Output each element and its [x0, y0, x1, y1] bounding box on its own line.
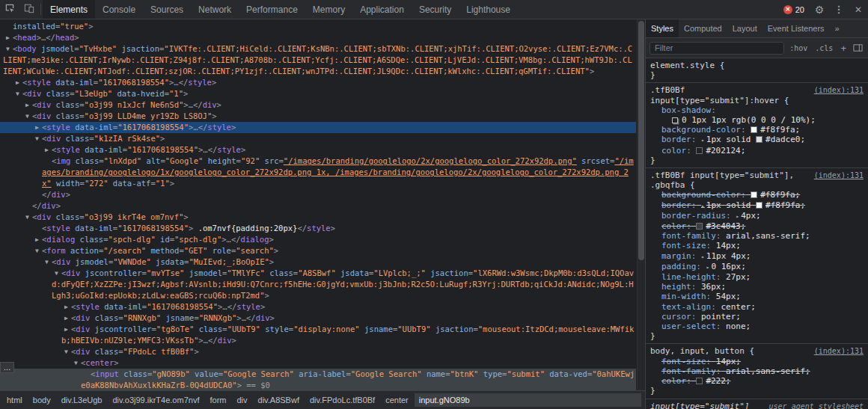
attribute-link[interactable]: "/images/branding/googlelogo/2x/googlelo… [284, 156, 577, 165]
breadcrumb-item-div[interactable]: div [232, 393, 251, 407]
css-selector[interactable]: input[type="submit"] [650, 402, 763, 409]
collapse-arrow-icon[interactable]: ▼ [22, 111, 32, 122]
css-declaration[interactable]: border-radius: ▸4px; [650, 211, 864, 221]
dom-tree-node[interactable]: ▼<center> [0, 357, 636, 369]
dom-tree-node[interactable]: ▶<div class="o3j99 n1xJcf Ne6nSd">…</div… [0, 99, 636, 111]
breadcrumb-item-body[interactable]: body [28, 393, 55, 407]
panel-toggle-icon[interactable] [852, 43, 864, 52]
css-declaration[interactable]: font-family: arial,sans-serif; [650, 366, 864, 376]
dom-tree-node[interactable]: ▼<div jscontroller="mvYTse" jsmodel="TMl… [0, 268, 636, 301]
dom-tree-node[interactable]: ▶<style data-iml="1617068198554">…</styl… [0, 144, 636, 156]
error-badge[interactable]: ✕ 20 [778, 5, 810, 14]
dom-tree-node[interactable]: ▶<style data-iml="1617068198554">…</styl… [0, 122, 636, 133]
color-swatch[interactable] [696, 147, 703, 154]
tab-elements[interactable]: Elements [43, 0, 95, 19]
dom-tree-node[interactable]: ▼<body jsmodel="TvHxbe" jsaction="IVKTfe… [0, 43, 636, 77]
css-declaration[interactable]: font-family: arial,sans-serif; [650, 231, 864, 241]
dom-tree-node[interactable]: <input class="gNO89b" value="Google Sear… [0, 369, 636, 390]
color-swatch[interactable] [756, 202, 762, 209]
more-options-icon[interactable]: ⋮ [829, 0, 849, 19]
stylesheet-link[interactable]: (index):131 [814, 170, 864, 180]
css-declaration[interactable]: font-size: 14px; [650, 241, 864, 250]
css-declaration[interactable]: color: #222; [650, 376, 864, 386]
css-declaration[interactable]: border: ▸1px solid #dadce0; [650, 135, 864, 145]
sidebar-tab-event-listeners[interactable]: Event Listeners [762, 19, 830, 37]
breadcrumb-item-form[interactable]: form [205, 393, 230, 407]
tab-performance[interactable]: Performance [239, 0, 305, 19]
dom-tree-node[interactable]: </div> [0, 200, 636, 212]
breadcrumb-item-div-fpdolc-tfb0bf[interactable]: div.FPdoLc.tfB0Bf [305, 393, 379, 407]
collapse-arrow-icon[interactable]: ▼ [22, 212, 32, 223]
breadcrumb-item-html[interactable]: html [2, 393, 27, 407]
css-declaration[interactable]: color: #202124; [650, 146, 864, 156]
toggle-element-state-button[interactable]: :hov [787, 43, 810, 53]
device-toolbar-button[interactable] [19, 0, 39, 19]
dom-tree-node[interactable]: ▶<style data-iml="1617068198554">…</styl… [0, 301, 636, 313]
expand-arrow-icon[interactable]: ▶ [61, 301, 71, 313]
tab-memory[interactable]: Memory [305, 0, 352, 19]
expand-shorthand-icon[interactable]: ▸ [701, 203, 705, 209]
dom-tree-node[interactable]: installed="true"> [0, 21, 636, 32]
collapse-arrow-icon[interactable]: ▼ [61, 346, 71, 357]
styles-filter-input[interactable] [650, 42, 784, 55]
expand-shorthand-icon[interactable]: ▸ [701, 253, 705, 260]
expand-arrow-icon[interactable]: ▶ [61, 324, 71, 335]
dom-tree-node[interactable]: <img class="lnXdpd" alt="Google" height=… [0, 156, 636, 189]
collapse-arrow-icon[interactable]: ▼ [52, 268, 61, 279]
dom-tree-node[interactable]: ▼<div jsmodel="VWNDde" jsdata="MuIEvd;_;… [0, 256, 636, 268]
css-declaration[interactable]: border: ▸1px solid #f8f9fa; [650, 200, 864, 211]
color-swatch[interactable] [751, 191, 757, 198]
tab-sources[interactable]: Sources [143, 0, 191, 19]
css-selector[interactable]: element.style { [650, 61, 864, 70]
expand-arrow-icon[interactable]: ▶ [13, 77, 22, 88]
css-declaration[interactable]: min-width: 54px; [650, 292, 864, 301]
css-selector[interactable]: body, input, button { [650, 346, 808, 356]
tab-lighthouse[interactable]: Lighthouse [459, 0, 518, 19]
stylesheet-link[interactable]: (index):131 [814, 85, 864, 95]
dom-tree-node[interactable]: ▶<head>…</head> [0, 32, 636, 43]
collapse-arrow-icon[interactable]: ▼ [3, 43, 13, 55]
dom-tree-node[interactable]: <style data-iml="1617068198554"> .om7nvf… [0, 223, 636, 234]
dom-tree-node[interactable]: ▶<dialog class="spch-dlg" id="spch-dlg">… [0, 234, 636, 245]
more-tabs-icon[interactable]: » [830, 19, 845, 37]
css-selector[interactable]: .tfB0Bf input[type="submit"], [650, 170, 808, 180]
css-declaration[interactable]: font-size: 14px; [650, 357, 864, 366]
expand-shorthand-icon[interactable]: ▸ [736, 213, 739, 220]
css-declaration[interactable]: background-color: #f8f9fa; [650, 190, 864, 200]
tab-application[interactable]: Application [352, 0, 412, 19]
breadcrumb-item-input-gno89b[interactable]: input.gNO89b [415, 393, 641, 407]
css-declaration[interactable]: cursor: pointer; [650, 312, 864, 322]
new-style-rule-button[interactable]: + [838, 42, 849, 55]
color-swatch[interactable] [756, 136, 762, 143]
color-swatch[interactable] [696, 378, 703, 384]
css-declaration[interactable]: margin: ▸11px 4px; [650, 251, 864, 262]
close-icon[interactable]: ✕ [849, 0, 868, 19]
color-swatch[interactable] [696, 223, 703, 230]
inspect-element-button[interactable] [0, 0, 19, 19]
expand-arrow-icon[interactable]: ▶ [32, 234, 42, 245]
expand-arrow-icon[interactable]: ▶ [42, 144, 52, 156]
sidebar-tab-computed[interactable]: Computed [679, 19, 727, 37]
dom-tree-node[interactable]: ▼<div class="k1zIA rSk4se"> [0, 133, 636, 144]
expand-shorthand-icon[interactable]: ▸ [701, 137, 705, 144]
css-declaration[interactable]: height: 36px; [650, 282, 864, 292]
expand-arrow-icon[interactable]: ▶ [3, 32, 13, 43]
css-declaration[interactable]: text-align: center; [650, 302, 864, 312]
collapse-arrow-icon[interactable]: ▼ [32, 133, 42, 144]
breadcrumb-item-div-o3j99-ikrt4e-om7nvf[interactable]: div.o3j99.ikrT4e.om7nvf [108, 393, 204, 407]
css-selector[interactable]: .gbqfba { [650, 180, 864, 190]
css-declaration[interactable]: box-shadow: [650, 105, 864, 115]
css-declaration[interactable]: user-select: none; [650, 322, 864, 331]
css-declaration[interactable]: background-color: #f8f9fa; [650, 125, 864, 135]
elements-scrollbar[interactable] [637, 19, 645, 390]
expand-arrow-icon[interactable]: ▶ [32, 122, 42, 133]
sidebar-tab-layout[interactable]: Layout [727, 19, 762, 37]
dom-tree-node[interactable]: ▶<div class="RNNXgb" jsname="RNNXgb">…</… [0, 313, 636, 324]
tab-security[interactable]: Security [412, 0, 459, 19]
dom-tree-node[interactable]: ▶<div jscontroller="tg8oTe" class="UUbT9… [0, 324, 636, 346]
css-selector[interactable]: .tfB0Bf [650, 85, 808, 95]
sidebar-tab-styles[interactable]: Styles [646, 19, 679, 37]
breadcrumb-item-center[interactable]: center [381, 393, 413, 407]
css-selector[interactable]: input[type="submit"]:hover { [650, 96, 864, 105]
breadcrumb-item-div-l3eugb[interactable]: div.L3eUgb [57, 393, 107, 407]
